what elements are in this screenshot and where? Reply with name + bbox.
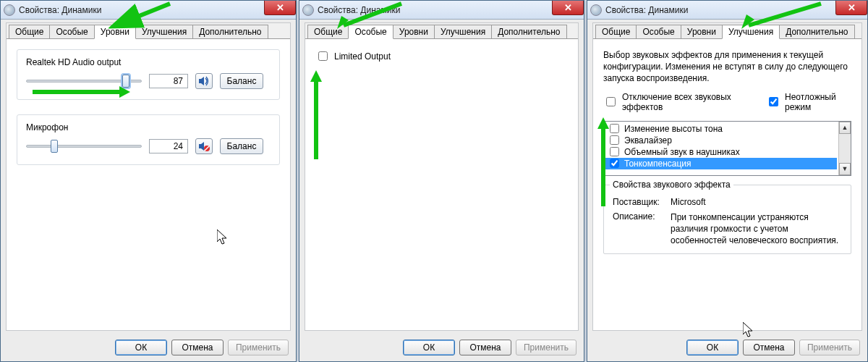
effect-props-group: Свойства звукового эффекта Поставщик: Mi… (603, 185, 851, 255)
effect-eq-checkbox[interactable] (610, 135, 619, 145)
window-levels: Свойства: Динамики ✕ Общие Особые Уровни… (0, 0, 297, 362)
device-group-output: Realtek HD Audio output 87 Баланс (17, 49, 280, 100)
tab-general[interactable]: Общие (9, 25, 50, 38)
vendor-label: Поставщик: (613, 197, 671, 207)
enhance-intro: Выбор звуковых эффектов для применения к… (603, 49, 851, 85)
tab-advanced[interactable]: Дополнительно (192, 25, 268, 38)
speaker-icon (590, 4, 602, 16)
apply-button: Применить (516, 340, 576, 355)
titlebar: Свойства: Динамики ✕ (587, 1, 867, 20)
disable-all-row[interactable]: Отключение всех звуковых эффектов (603, 92, 752, 112)
tab-custom[interactable]: Особые (49, 25, 94, 38)
window-enhance: Свойства: Динамики ✕ Общие Особые Уровни… (587, 0, 868, 362)
output-slider-thumb[interactable] (122, 75, 129, 88)
vendor-value: Microsoft (671, 197, 842, 207)
effects-scrollbar[interactable]: ▲ ▼ (838, 122, 851, 175)
speaker-icon (302, 4, 314, 16)
svg-marker-0 (199, 77, 204, 85)
effect-label: Изменение высоты тона (624, 124, 723, 134)
tab-general[interactable]: Общие (307, 25, 349, 38)
close-button[interactable]: ✕ (835, 1, 867, 15)
dialog-buttons: ОК Отмена Применить (403, 340, 576, 355)
effect-eq[interactable]: Эквалайзер (605, 135, 837, 146)
mic-balance-button[interactable]: Баланс (220, 138, 263, 154)
effect-pitch-checkbox[interactable] (610, 124, 619, 133)
tab-body-custom: Limited Output (305, 39, 578, 330)
scroll-down-icon[interactable]: ▼ (839, 163, 851, 175)
device-mic-row: 24 Баланс (26, 138, 271, 154)
client-area: Общие Особые Уровни Улучшения Дополнител… (6, 22, 291, 331)
tab-strip: Общие Особые Уровни Улучшения Дополнител… (593, 23, 861, 39)
tab-custom[interactable]: Особые (348, 25, 393, 39)
tab-enhance[interactable]: Улучшения (135, 25, 193, 38)
dialog-buttons: ОК Отмена Применить (115, 340, 289, 355)
effect-label: Объемный звук в наушниках (624, 147, 740, 157)
ok-button[interactable]: ОК (115, 340, 167, 355)
tab-levels[interactable]: Уровни (94, 25, 136, 39)
effect-props-title: Свойства звукового эффекта (610, 180, 733, 190)
tab-body-levels: Realtek HD Audio output 87 Баланс (7, 39, 290, 330)
effect-label: Эквалайзер (624, 135, 672, 146)
output-balance-button[interactable]: Баланс (220, 73, 263, 89)
mic-mute-button[interactable] (195, 138, 213, 154)
tab-advanced[interactable]: Дополнительно (779, 25, 854, 38)
disable-all-label: Отключение всех звуковых эффектов (622, 92, 752, 112)
cancel-button[interactable]: Отмена (743, 340, 795, 355)
immediate-mode-checkbox[interactable] (769, 97, 778, 106)
close-button[interactable]: ✕ (264, 1, 296, 15)
cancel-button[interactable]: Отмена (459, 340, 511, 355)
effect-loudness-checkbox[interactable] (610, 159, 619, 168)
output-slider[interactable] (26, 80, 142, 83)
speaker-icon (198, 76, 210, 86)
scroll-up-icon[interactable]: ▲ (839, 122, 851, 134)
titlebar: Свойства: Динамики ✕ (299, 1, 584, 20)
tab-levels[interactable]: Уровни (681, 25, 723, 38)
device-group-mic: Микрофон 24 Баланс (17, 114, 280, 165)
speaker-icon (4, 4, 15, 16)
effect-loudness[interactable]: Тонкомпенсация (605, 158, 837, 169)
ok-button[interactable]: ОК (686, 340, 739, 355)
tab-enhance[interactable]: Улучшения (722, 25, 780, 39)
client-area: Общие Особые Уровни Улучшения Дополнител… (305, 22, 579, 331)
effect-surround-checkbox[interactable] (610, 147, 619, 156)
effects-list[interactable]: Изменение высоты тона Эквалайзер Объемны… (603, 121, 851, 176)
client-area: Общие Особые Уровни Улучшения Дополнител… (592, 22, 862, 331)
immediate-mode-row[interactable]: Неотложный режим (766, 92, 851, 112)
device-output-row: 87 Баланс (26, 73, 271, 89)
limited-output-row: Limited Output (315, 49, 568, 63)
tab-custom[interactable]: Особые (636, 25, 681, 38)
cancel-button[interactable]: Отмена (171, 340, 224, 355)
apply-button: Применить (799, 340, 860, 355)
dialog-buttons: ОК Отмена Применить (686, 340, 860, 355)
close-icon: ✕ (848, 2, 856, 13)
effect-label: Тонкомпенсация (624, 159, 692, 169)
close-icon: ✕ (564, 2, 572, 13)
tab-levels[interactable]: Уровни (393, 25, 435, 38)
limited-output-checkbox[interactable] (318, 51, 328, 61)
ok-button[interactable]: ОК (403, 340, 455, 355)
effect-pitch[interactable]: Изменение высоты тона (605, 123, 837, 135)
device-mic-label: Микрофон (26, 122, 271, 132)
tab-general[interactable]: Общие (595, 25, 637, 38)
mic-slider[interactable] (26, 145, 142, 148)
tab-strip: Общие Особые Уровни Улучшения Дополнител… (7, 23, 290, 39)
output-value[interactable]: 87 (149, 74, 188, 88)
disable-all-checkbox[interactable] (606, 97, 616, 106)
device-output-label: Realtek HD Audio output (26, 57, 271, 67)
apply-button: Применить (228, 340, 289, 355)
tab-body-enhance: Выбор звуковых эффектов для применения к… (593, 39, 861, 330)
window-custom: Свойства: Динамики ✕ Общие Особые Уровни… (299, 0, 584, 362)
close-button[interactable]: ✕ (552, 1, 584, 15)
effect-surround[interactable]: Объемный звук в наушниках (605, 146, 837, 158)
output-mute-button[interactable] (195, 73, 213, 89)
tab-enhance[interactable]: Улучшения (434, 25, 492, 38)
mic-slider-thumb[interactable] (51, 140, 58, 153)
titlebar: Свойства: Динамики ✕ (1, 1, 296, 20)
svg-marker-1 (199, 142, 204, 151)
tab-advanced[interactable]: Дополнительно (491, 25, 566, 38)
desc-value: При тонкомпенсации устраняются различия … (671, 211, 842, 247)
immediate-mode-label: Неотложный режим (785, 92, 851, 112)
tab-strip: Общие Особые Уровни Улучшения Дополнител… (305, 23, 578, 39)
speaker-muted-icon (198, 141, 210, 151)
mic-value[interactable]: 24 (149, 139, 188, 153)
